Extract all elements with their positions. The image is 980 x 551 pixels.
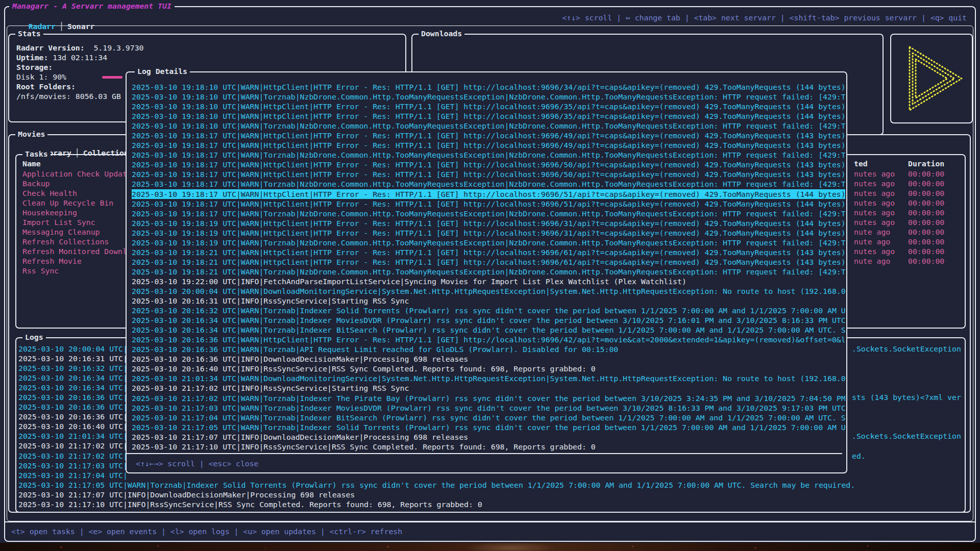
log-detail-line[interactable]: 2025-03-10 19:18:10 UTC|WARN|HttpClient|… [132,82,845,92]
log-detail-line[interactable]: 2025-03-10 21:17:05 UTC|WARN|Torznab|Ind… [132,422,845,432]
log-detail-line[interactable]: 2025-03-10 19:18:17 UTC|WARN|HttpClient|… [132,131,845,140]
bottom-bar-divider [4,521,976,522]
log-detail-line[interactable]: 2025-03-10 19:18:17 UTC|WARN|Torznab|Nzb… [132,150,845,160]
log-row-text: 2025-03-10 21:01:34 UTC| [18,432,128,440]
keybind-hints-modal: <↑↓←→> scroll | <esc> close [136,459,259,468]
task-row-name[interactable]: Refresh Collections [22,237,132,246]
task-row-executed [854,266,895,276]
log-detail-line[interactable]: 2025-03-10 19:18:21 UTC|WARN|HttpClient|… [132,257,845,267]
keybind-hints-bottom: <t> open tasks | <e> open events | <l> o… [11,527,402,536]
log-detail-line[interactable]: 2025-03-10 19:18:17 UTC|WARN|HttpClient|… [132,199,845,209]
log-row-text: 2025-03-10 20:16:31 UTC| [18,354,128,363]
log-detail-line[interactable]: 2025-03-10 21:17:04 UTC|WARN|Torznab|Ind… [132,413,845,422]
log-detail-line[interactable]: 2025-03-10 19:18:21 UTC|WARN|Torznab|Nzb… [132,267,845,277]
task-row-duration: 00:00:00 [908,169,944,179]
task-row-name[interactable]: Application Check Update [22,169,132,179]
logo-panel [890,34,973,123]
log-row-text: 2025-03-10 21:17:07 UTC|INFO|DownloadDec… [18,490,355,499]
log-detail-line[interactable]: 2025-03-10 19:18:17 UTC|WARN|HttpClient|… [132,169,845,179]
keybind-hints-top: <↑↓> scroll | ↔ change tab | <tab> next … [562,13,967,22]
task-row-executed: nute ago [854,227,895,237]
managarr-play-triangle-icon [891,35,972,122]
task-row-name[interactable]: Check Health [22,188,132,198]
log-row[interactable]: 2025-03-10 21:17:05 UTC|WARN|Torznab|Ind… [18,480,962,490]
log-detail-line[interactable]: 2025-03-10 20:16:34 UTC|WARN|Torznab|Ind… [132,325,845,335]
task-row-executed: nute ago [854,256,895,266]
log-detail-line-selected[interactable]: 2025-03-10 19:18:17 UTC|WARN|HttpClient|… [132,189,845,199]
task-row-name[interactable]: Rss Sync [22,266,132,276]
log-detail-line[interactable]: 2025-03-10 19:18:17 UTC|WARN|HttpClient|… [132,140,845,150]
disk-usage-gauge [102,76,122,79]
task-row-name[interactable]: Refresh Movie [22,256,132,266]
log-detail-line[interactable]: 2025-03-10 21:17:02 UTC|WARN|Torznab|Ind… [132,393,845,403]
log-row-text: 2025-03-10 20:16:32 UTC| [18,364,128,372]
log-detail-line[interactable]: 2025-03-10 21:01:34 UTC|WARN|DownloadMon… [132,373,845,383]
log-detail-line[interactable]: 2025-03-10 19:18:10 UTC|WARN|HttpClient|… [132,102,845,111]
task-row-duration: 00:00:00 [908,208,944,217]
log-detail-line[interactable]: 2025-03-10 19:18:17 UTC|WARN|HttpClient|… [132,160,845,169]
log-row-right-fragment: .Sockets.SocketException ( [852,344,962,354]
task-row-name[interactable]: Backup [22,179,132,188]
tab-sonarr[interactable]: Sonarr [67,22,94,31]
log-detail-line[interactable]: 2025-03-10 20:00:04 UTC|WARN|DownloadMon… [132,286,845,296]
tasks-name-column: Application Check UpdateBackupCheck Heal… [22,169,132,276]
log-detail-line[interactable]: 2025-03-10 21:17:02 UTC|INFO|RssSyncServ… [132,383,845,393]
task-row-duration: 00:00:00 [908,227,944,237]
log-row-text: 2025-03-10 20:16:36 UTC| [18,403,128,411]
log-detail-line[interactable]: 2025-03-10 21:17:07 UTC|INFO|DownloadDec… [132,432,845,442]
task-row-duration: 00:00:00 [908,246,944,256]
log-details-list: 2025-03-10 19:18:10 UTC|WARN|HttpClient|… [132,82,845,453]
log-row[interactable]: 2025-03-10 21:17:10 UTC|INFO|RssSyncServ… [18,499,962,509]
log-detail-line[interactable]: 2025-03-10 20:16:36 UTC|WARN|HttpClient|… [132,335,845,344]
logs-panel-title: Logs [22,333,46,341]
log-detail-line[interactable]: 2025-03-10 19:18:10 UTC|WARN|Torznab|Nzb… [132,92,845,102]
desktop-wallpaper-sliver [0,543,980,551]
log-detail-line[interactable]: 2025-03-10 21:17:03 UTC|WARN|Torznab|Ind… [132,403,845,413]
log-row-text: 2025-03-10 21:17:02 UTC| [18,441,128,450]
task-row-duration: 00:00:00 [908,217,944,227]
task-row-name[interactable]: Clean Up Recycle Bin [22,198,132,208]
log-detail-line[interactable]: 2025-03-10 20:16:40 UTC|INFO|RssSyncServ… [132,364,845,373]
log-row-text: 2025-03-10 21:17:05 UTC|WARN|Torznab|Ind… [18,481,855,489]
task-row-name[interactable]: Messaging Cleanup [22,227,132,237]
log-detail-line[interactable]: 2025-03-10 20:16:31 UTC|INFO|RssSyncServ… [132,296,845,306]
log-row-right-fragment: ed. [852,451,866,461]
managarr-app: Managarr - A Servarr management TUI Rada… [0,0,980,551]
log-row-right-fragment: sts (143 bytes)<?xml versi [852,392,962,402]
log-detail-line[interactable]: 2025-03-10 19:22:00 UTC|INFO|FetchAndPar… [132,277,845,286]
log-row-text: 2025-03-10 21:17:04 UTC| [18,471,128,480]
tasks-executed-column: nutes agonutes agonutes agonutes agonute… [854,169,895,276]
tab-radarr[interactable]: Radarr [29,22,56,31]
log-detail-line[interactable]: 2025-03-10 19:18:17 UTC|WARN|Torznab|Nzb… [132,209,845,218]
log-detail-line[interactable]: 2025-03-10 19:18:19 UTC|WARN|Torznab|Nzb… [132,238,845,247]
stats-rootfolder-value: /nfs/movies: 8056.03 GB f [16,91,143,101]
task-row-name[interactable]: Import List Sync [22,217,132,227]
tasks-executed-header: ted [854,159,868,168]
log-detail-line[interactable]: 2025-03-10 19:18:10 UTC|WARN|Torznab|Nzb… [132,121,845,131]
log-detail-line[interactable]: 2025-03-10 20:16:34 UTC|WARN|Torznab|Ind… [132,315,845,325]
task-row-executed: nutes ago [854,208,895,217]
log-row-text: 2025-03-10 21:17:10 UTC|INFO|RssSyncServ… [18,500,482,509]
stats-uptime: Uptime: 13d 02:11:34 [16,53,143,62]
task-row-name[interactable]: Housekeeping [22,208,132,217]
stats-version: Radarr Version: 5.19.3.9730 [16,43,143,53]
log-detail-line[interactable]: 2025-03-10 20:16:36 UTC|INFO|DownloadDec… [132,354,845,364]
log-detail-line[interactable]: 2025-03-10 20:16:36 UTC|WARN|Torznab|API… [132,344,845,354]
downloads-panel-title: Downloads [419,29,464,38]
log-detail-line[interactable]: 2025-03-10 19:18:19 UTC|WARN|HttpClient|… [132,218,845,228]
log-detail-line[interactable]: 2025-03-10 21:17:10 UTC|INFO|RssSyncServ… [132,442,845,452]
log-row[interactable]: 2025-03-10 21:17:07 UTC|INFO|DownloadDec… [18,490,962,499]
log-detail-line[interactable]: 2025-03-10 19:18:19 UTC|WARN|HttpClient|… [132,228,845,238]
task-row-duration: 00:00:00 [908,179,944,188]
task-row-executed: nute ago [854,237,895,246]
log-row-text: 2025-03-10 20:16:34 UTC| [18,373,128,382]
task-row-executed: nutes ago [854,198,895,208]
task-row-executed: nutes ago [854,188,895,198]
modal-footer-divider [127,453,842,454]
task-row-name[interactable]: Refresh Monitored Downlo [22,246,132,256]
log-detail-line[interactable]: 2025-03-10 19:18:10 UTC|WARN|HttpClient|… [132,111,845,121]
log-detail-line[interactable]: 2025-03-10 20:16:32 UTC|WARN|Torznab|Ind… [132,306,845,315]
stats-rootfolders-label: Root Folders: [16,82,143,91]
log-detail-line[interactable]: 2025-03-10 19:18:17 UTC|WARN|Torznab|Nzb… [132,179,845,189]
log-detail-line[interactable]: 2025-03-10 19:18:21 UTC|WARN|HttpClient|… [132,247,845,257]
